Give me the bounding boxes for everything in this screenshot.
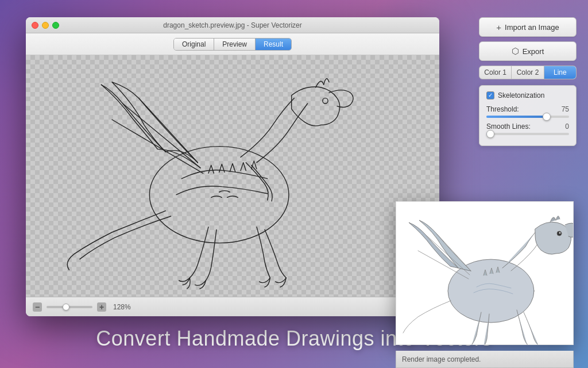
close-button[interactable] [32,22,38,29]
zoom-slider-thumb[interactable] [63,304,69,310]
skeletonization-row: ✓ Skeletonization [486,91,569,99]
main-window: dragon_sketch.preview.jpg - Super Vector… [26,17,439,316]
svg-point-5 [448,259,534,323]
import-label: Import an Image [505,23,559,32]
threshold-slider[interactable] [486,116,569,118]
smooth-lines-label: Smooth Lines: [486,122,531,131]
svg-point-1 [323,98,328,103]
bottom-bar: − + 128% [26,297,439,316]
smooth-lines-slider[interactable] [486,133,569,135]
title-bar: dragon_sketch.preview.jpg - Super Vector… [26,17,439,33]
svg-point-7 [559,232,561,234]
import-button[interactable]: + Import an Image [479,17,577,37]
minimize-button[interactable] [42,22,49,29]
smooth-lines-slider-thumb[interactable] [486,130,494,138]
colored-dragon [396,202,574,345]
color1-button[interactable]: Color 1 [479,66,512,79]
canvas-background [26,55,439,297]
export-label: Export [523,47,544,56]
color2-button[interactable]: Color 2 [512,66,544,79]
threshold-row: Threshold: 75 [486,105,569,118]
threshold-value: 75 [562,105,569,113]
status-text: Render image completed. [402,355,481,363]
zoom-in-button[interactable]: + [97,302,106,312]
skeletonization-label: Skeletonization [498,91,544,99]
traffic-lights [32,22,59,29]
fullscreen-button[interactable] [52,22,59,29]
threshold-slider-thumb[interactable] [543,113,551,121]
smooth-lines-value: 0 [565,122,569,131]
zoom-value: 128% [113,303,131,311]
skeletonization-checkbox[interactable]: ✓ [486,91,494,99]
check-icon: ✓ [488,93,493,98]
settings-panel: ✓ Skeletonization Threshold: 75 Smooth L… [479,85,577,146]
smooth-lines-label-row: Smooth Lines: 0 [486,122,569,131]
window-title: dragon_sketch.preview.jpg - Super Vector… [163,21,301,29]
tab-preview[interactable]: Preview [214,39,256,50]
threshold-slider-fill [486,116,548,118]
color-mode-group: Color 1 Color 2 Line [479,66,577,79]
tab-original[interactable]: Original [174,39,214,50]
toolbar: Original Preview Result [26,33,439,55]
threshold-label-row: Threshold: 75 [486,105,569,113]
threshold-label: Threshold: [486,105,519,113]
canvas-area [26,55,439,297]
line-button[interactable]: Line [544,66,576,79]
tab-result[interactable]: Result [256,39,291,50]
export-icon: ⬡ [512,46,519,56]
zoom-slider[interactable] [47,306,92,308]
export-button[interactable]: ⬡ Export [479,41,577,61]
preview-thumbnail [396,201,574,345]
status-bar: Render image completed. [396,351,574,368]
import-icon: + [496,22,501,32]
dragon-line-art [26,55,439,297]
zoom-out-button[interactable]: − [33,302,42,312]
view-tab-group: Original Preview Result [173,38,292,51]
right-panel: + Import an Image ⬡ Export Color 1 Color… [479,17,577,146]
smooth-lines-row: Smooth Lines: 0 [486,122,569,135]
